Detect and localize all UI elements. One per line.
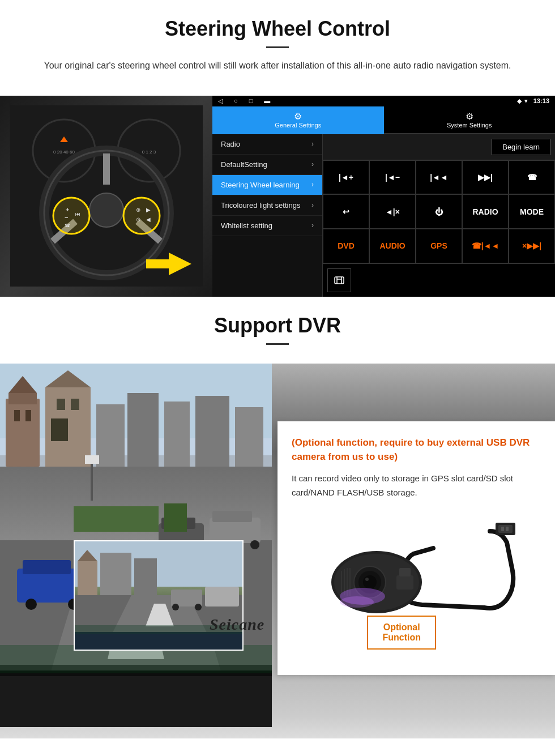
arrow-icon-whitelist: › <box>311 221 314 229</box>
begin-learn-button[interactable]: Begin learn <box>492 139 550 155</box>
svg-point-80 <box>172 604 179 610</box>
ctrl-vol-up[interactable]: |◄+ <box>323 160 369 195</box>
menu-item-radio[interactable]: Radio › <box>212 134 322 155</box>
svg-text:▶: ▶ <box>146 207 151 213</box>
svg-rect-87 <box>501 527 504 531</box>
svg-point-9 <box>89 193 123 227</box>
signal-icon: ◆ <box>517 97 522 105</box>
android-tabs: ⚙ General Settings ⚙ System Settings <box>212 106 555 134</box>
svg-text:0 1 2 3: 0 1 2 3 <box>142 150 156 155</box>
svg-rect-30 <box>8 393 37 404</box>
svg-rect-41 <box>164 402 190 467</box>
svg-rect-68 <box>0 670 272 727</box>
street-scene-svg <box>0 342 272 727</box>
svg-rect-71 <box>75 541 244 587</box>
arrow-icon-steering: › <box>311 181 314 189</box>
ctrl-gps[interactable]: GPS <box>416 229 462 263</box>
page-title: Steering Wheel Control <box>23 17 532 41</box>
ctrl-vol-down[interactable]: |◄− <box>369 160 416 195</box>
usb-icon <box>333 274 345 287</box>
svg-rect-38 <box>51 418 68 441</box>
svg-rect-33 <box>25 410 31 421</box>
svg-text:⊙: ⊙ <box>136 216 140 223</box>
svg-rect-58 <box>74 506 159 532</box>
steering-photo: 0 20 40 60 0 1 2 3 + − ⏮ ☎ ⊕ ▶ ⊙ <box>0 96 212 297</box>
ctrl-phone-prev[interactable]: ☎|◄◄ <box>462 229 509 263</box>
menu-default-label: DefaultSetting <box>221 160 267 169</box>
svg-rect-43 <box>235 407 263 467</box>
settings-icon: ⚙ <box>215 111 381 122</box>
ctrl-next-track[interactable]: ▶▶| <box>462 160 509 195</box>
menu-item-steering-wheel[interactable]: Steering Wheel learning › <box>212 175 322 195</box>
ctrl-power[interactable]: ⏻ <box>416 194 462 229</box>
svg-rect-88 <box>506 527 509 531</box>
svg-rect-74 <box>100 553 131 595</box>
menu-radio-label: Radio <box>221 140 240 148</box>
steering-composite: 0 20 40 60 0 1 2 3 + − ⏮ ☎ ⊕ ▶ ⊙ <box>0 96 555 297</box>
svg-rect-86 <box>498 525 513 533</box>
steering-section: Steering Wheel Control Your original car… <box>0 0 555 96</box>
ctrl-phone-next[interactable]: ×▶▶| <box>509 229 555 263</box>
ctrl-mode[interactable]: MODE <box>509 194 555 229</box>
back-icon[interactable]: ◁ <box>218 97 223 105</box>
tab-system-label: System Settings <box>447 122 492 129</box>
status-bar: ◁ ○ □ ▬ ◆ ▾ 13:13 <box>212 96 555 106</box>
menu-left: Radio › DefaultSetting › Steering Wheel … <box>212 134 323 297</box>
tab-general-label: General Settings <box>275 122 321 129</box>
svg-rect-23 <box>335 277 344 284</box>
tab-system-settings[interactable]: ⚙ System Settings <box>384 106 556 134</box>
control-grid: |◄+ |◄− |◄◄ ▶▶| ☎ ↩ ◄|× ⏻ RADIO MODE DVD… <box>323 160 555 263</box>
ctrl-radio[interactable]: RADIO <box>462 194 509 229</box>
begin-learn-row: Begin learn <box>323 134 555 160</box>
svg-text:0 20 40 60: 0 20 40 60 <box>53 150 75 155</box>
menu-icon[interactable]: ▬ <box>264 97 270 104</box>
svg-point-16 <box>123 198 160 234</box>
svg-text:⏮: ⏮ <box>75 211 80 217</box>
menu-item-default[interactable]: DefaultSetting › <box>212 155 322 175</box>
status-time: 13:13 <box>533 97 549 104</box>
svg-point-81 <box>195 604 202 610</box>
svg-rect-39 <box>96 404 125 467</box>
wifi-icon: ▾ <box>524 97 528 105</box>
dvr-description: It can record video only to storage in G… <box>292 471 541 500</box>
svg-text:⊕: ⊕ <box>136 207 140 213</box>
ctrl-usb[interactable] <box>327 268 351 292</box>
tab-general-settings[interactable]: ⚙ General Settings <box>212 106 384 134</box>
dvr-title-divider <box>266 343 289 345</box>
svg-rect-72 <box>78 561 97 595</box>
svg-point-62 <box>25 599 37 610</box>
ctrl-hangup[interactable]: ↩ <box>323 194 369 229</box>
svg-rect-95 <box>396 575 413 590</box>
ctrl-prev-track[interactable]: |◄◄ <box>416 160 462 195</box>
svg-rect-40 <box>127 393 159 467</box>
ctrl-phone[interactable]: ☎ <box>509 160 555 195</box>
svg-text:+: + <box>66 206 69 213</box>
svg-point-93 <box>363 575 377 589</box>
steering-wheel-svg: 0 20 40 60 0 1 2 3 + − ⏮ ☎ ⊕ ▶ ⊙ <box>10 105 203 287</box>
svg-point-11 <box>53 198 89 234</box>
menu-tricolour-label: Tricoloured light settings <box>221 201 300 210</box>
arrow-icon-tricolour: › <box>311 201 314 209</box>
steering-subtitle: Your original car's steering wheel contr… <box>34 58 521 73</box>
svg-point-102 <box>340 596 374 608</box>
svg-rect-45 <box>85 455 99 464</box>
svg-rect-59 <box>164 503 187 532</box>
title-divider <box>266 46 289 48</box>
ctrl-mute[interactable]: ◄|× <box>369 194 416 229</box>
svg-rect-32 <box>14 410 20 421</box>
svg-rect-83 <box>75 632 244 651</box>
svg-rect-22 <box>146 259 169 268</box>
home-icon[interactable]: ○ <box>234 97 238 104</box>
svg-text:☎: ☎ <box>65 223 70 228</box>
menu-item-tricolour[interactable]: Tricoloured light settings › <box>212 195 322 216</box>
arrow-icon-default: › <box>311 160 314 168</box>
ctrl-dvd[interactable]: DVD <box>323 229 369 263</box>
menu-item-whitelist[interactable]: Whitelist setting › <box>212 216 322 236</box>
recents-icon[interactable]: □ <box>249 97 253 104</box>
optional-function-button[interactable]: Optional Function <box>367 616 436 650</box>
system-icon: ⚙ <box>387 111 553 122</box>
dvr-info-box: (Optional function, require to buy exter… <box>278 421 555 675</box>
seicane-logo: Seicane <box>210 616 264 634</box>
svg-text:−: − <box>65 214 68 221</box>
ctrl-audio[interactable]: AUDIO <box>369 229 416 263</box>
